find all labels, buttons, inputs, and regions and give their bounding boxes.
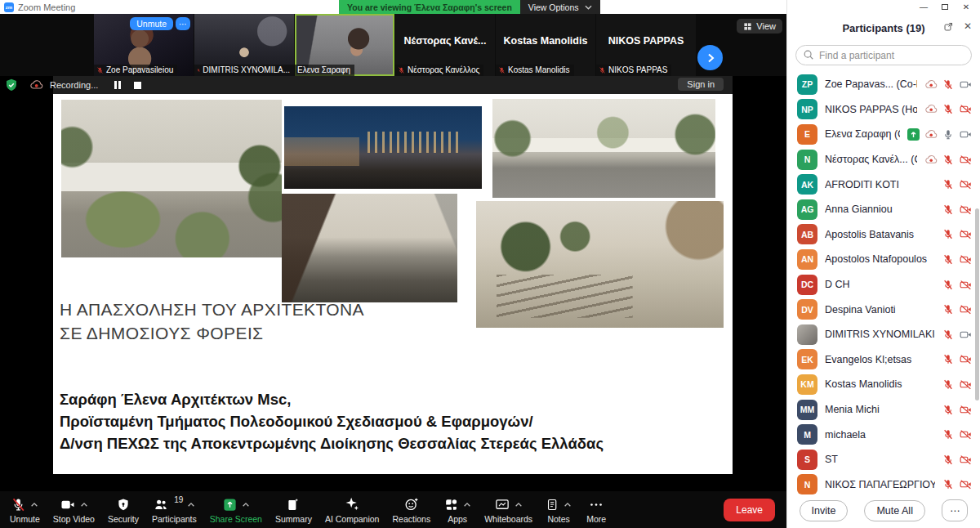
toolbar-button[interactable]: Security (101, 495, 145, 524)
participant-row[interactable]: AK AFRODITI KOTI (787, 172, 980, 197)
view-layout-button[interactable]: View (737, 19, 782, 34)
mic-muted-icon (942, 303, 954, 315)
view-options-button[interactable]: View Options (520, 0, 600, 14)
toolbar-button-label: Notes (547, 514, 569, 524)
leave-button[interactable]: Leave (724, 499, 775, 521)
video-tile[interactable]: Unmute ⋯ Zoe Papavasileiou (94, 14, 194, 76)
slide-image-plaza-steps-render (476, 201, 724, 328)
participant-row[interactable]: NP NIKOS PAPPAS (Host) (787, 97, 980, 123)
participant-row[interactable]: DV Despina Vanioti (787, 297, 980, 322)
toolbar-button[interactable]: Share Screen (203, 495, 269, 524)
toolbar-button[interactable]: Summary (269, 495, 318, 524)
footer-more-button[interactable]: ⋯ (942, 499, 969, 521)
toolbar-button[interactable]: 19 Participants (145, 495, 203, 524)
participant-row[interactable]: N Νέστορας Κανέλ... (Co-host) (787, 147, 980, 172)
participant-row[interactable]: EK Evangelos Kl;etsas (787, 347, 980, 373)
toolbar-button[interactable]: Notes (539, 495, 578, 524)
participant-row[interactable]: AB Apostolis Batavanis (787, 222, 980, 248)
close-panel-icon[interactable]: ✕ (964, 20, 972, 32)
muted-mic-icon (398, 66, 405, 74)
avatar: MM (797, 400, 817, 420)
mic-muted-icon (942, 103, 954, 115)
video-tile[interactable]: Kostas Manolidis Kostas Manolidis (496, 14, 595, 76)
mute-all-button[interactable]: Mute All (864, 500, 924, 521)
video-tile[interactable]: DIMITRIS XYNOMILA... (194, 14, 294, 76)
participant-row[interactable]: M michaela (787, 422, 980, 447)
participant-row[interactable]: N ΝΙΚΟΣ ΠΑΠΑΓΕΩΡΓΙΟΥ (787, 472, 980, 498)
mic-muted-icon (942, 404, 954, 416)
chevron-up-icon[interactable] (463, 502, 471, 508)
toolbar-button[interactable]: Apps (437, 495, 478, 524)
cloud-recording-icon (29, 78, 43, 92)
slide-image-complex-aerial-render (492, 99, 715, 198)
meeting-toolbar: Unmute (0, 491, 786, 528)
recording-label: Recording... (50, 80, 98, 90)
camera-off-icon (959, 178, 973, 190)
unmute-button[interactable]: Unmute (130, 17, 173, 30)
participant-name: Zoe Papavasileiou (106, 65, 173, 74)
tile-more-button[interactable]: ⋯ (176, 17, 190, 30)
participants-list: ZP Zoe Papavas... (Co-host, me) NP NIKOS… (787, 72, 980, 498)
cloud-recording-icon (924, 103, 938, 115)
participant-row[interactable]: MM Menia Michi (787, 397, 980, 423)
participant-row[interactable]: E Ελενα Σαραφη (Co-host) (787, 122, 980, 147)
stop-recording-button[interactable] (134, 82, 141, 89)
toolbar-button-label: Apps (448, 514, 467, 524)
video-tile[interactable]: NIKOS PAPPAS NIKOS PAPPAS (596, 14, 696, 76)
camera-off-icon (959, 404, 973, 416)
chevron-up-icon[interactable] (30, 502, 38, 508)
avatar: AN (797, 249, 817, 270)
toolbar-button[interactable]: Whiteboards (478, 495, 539, 524)
participant-name: Anna Gianniou (825, 204, 935, 215)
toolbar-button[interactable]: Unmute (3, 495, 47, 524)
scrollbar-thumb[interactable] (975, 208, 979, 400)
chevron-up-icon[interactable] (514, 502, 523, 508)
chevron-up-icon[interactable] (564, 502, 572, 508)
mic-muted-icon (942, 78, 954, 91)
slide-image-dusk-building-render (284, 106, 482, 189)
participant-name: Evangelos Kl;etsas (825, 354, 935, 365)
pause-recording-button[interactable] (114, 81, 121, 89)
participant-name: Zoe Papavas... (Co-host, me) (825, 78, 917, 90)
video-tile[interactable]: Νέστορας Κανέ... Νέστορας Κανέλλος (395, 14, 495, 76)
shared-app-toolbar: Sign in (53, 76, 733, 94)
video-tile[interactable]: Ελενα Σαραφη (295, 14, 394, 76)
participants-panel: — ✕ Participants (19) ✕ ZP Zoe Papavas..… (786, 0, 980, 528)
mic-on-icon (942, 128, 954, 141)
popout-panel-icon[interactable] (943, 21, 954, 32)
participant-row[interactable]: ZP Zoe Papavas... (Co-host, me) (787, 72, 980, 97)
participant-row[interactable]: AN Apostolos Ntafopoulos (787, 247, 980, 272)
toolbar-button[interactable]: Reactions (385, 495, 437, 524)
next-participants-arrow-button[interactable] (697, 45, 723, 70)
apps-icon (443, 497, 459, 512)
toolbar-button[interactable]: Stop Video (47, 495, 101, 524)
invite-button[interactable]: Invite (800, 500, 849, 521)
participant-row[interactable]: DIMITRIS XYNOMILAKIS SADA... (787, 322, 980, 347)
search-input[interactable] (795, 45, 972, 65)
chevron-up-icon[interactable] (242, 502, 250, 508)
toolbar-button-label: Whiteboards (484, 514, 532, 524)
cloud-recording-icon (924, 128, 938, 141)
avatar: M (797, 424, 817, 445)
participant-row[interactable]: S ST (787, 447, 980, 472)
chevron-up-icon[interactable] (187, 502, 195, 508)
toolbar-button[interactable]: More (578, 495, 614, 524)
participant-name: ST (825, 454, 935, 465)
avatar: DV (797, 299, 817, 320)
participant-big-name: Νέστορας Κανέ... (395, 35, 495, 47)
participant-big-name: NIKOS PAPPAS (596, 35, 696, 47)
cloud-recording-icon (924, 154, 938, 166)
camera-off-icon (959, 279, 973, 291)
muted-mic-icon (498, 66, 506, 74)
participant-big-name: Kostas Manolidis (496, 35, 595, 47)
camera-off-icon (959, 428, 973, 441)
close-window-button[interactable]: ✕ (956, 0, 977, 15)
maximize-button[interactable] (934, 0, 956, 15)
participant-row[interactable]: DC D CH (787, 272, 980, 298)
participant-row[interactable]: AG Anna Gianniou (787, 197, 980, 222)
participant-row[interactable]: KM Kostas Manolidis (787, 372, 980, 397)
sign-in-button[interactable]: Sign in (678, 78, 724, 91)
chevron-up-icon[interactable] (80, 502, 88, 508)
minimize-button[interactable]: — (913, 0, 934, 15)
toolbar-button[interactable]: AI Companion (318, 495, 386, 524)
